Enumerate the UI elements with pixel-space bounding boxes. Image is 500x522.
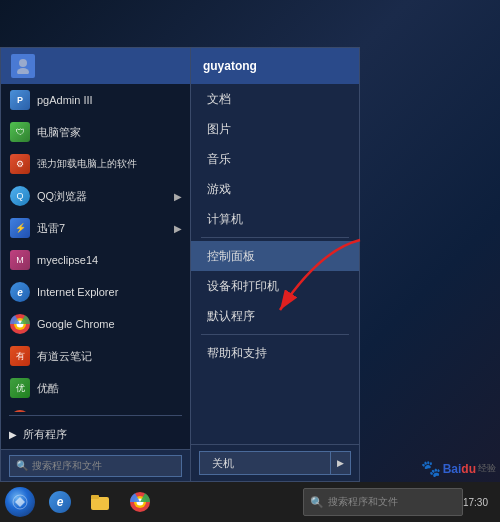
menu-item-sogou[interactable]: S 搜狗高速浏览器 (1, 404, 190, 412)
menu-item-youdao[interactable]: 有 有道云笔记 (1, 340, 190, 372)
right-item-help[interactable]: 帮助和支持 (191, 338, 359, 368)
help-label: 帮助和支持 (207, 345, 267, 362)
taskbar-tray: 17:30 (463, 497, 500, 508)
taskbar-time: 17:30 (463, 497, 488, 508)
qq-arrow: ▶ (174, 191, 182, 202)
xunlei-arrow: ▶ (174, 223, 182, 234)
qq-label: QQ浏览器 (37, 189, 174, 204)
uninstall-icon: ⚙ (9, 153, 31, 175)
pgadmin-label: pgAdmin III (37, 94, 182, 106)
menu-item-xunlei[interactable]: ⚡ 迅雷7 ▶ (1, 212, 190, 244)
qq-icon: Q (9, 185, 31, 207)
start-search-box[interactable]: 🔍 搜索程序和文件 (9, 455, 182, 477)
control-label: 控制面板 (207, 248, 255, 265)
right-item-music[interactable]: 音乐 (191, 144, 359, 174)
programs-divider (9, 415, 182, 416)
right-item-documents[interactable]: 文档 (191, 84, 359, 114)
taskbar-ie-icon[interactable]: e (40, 482, 80, 522)
start-menu: P pgAdmin III 🛡 电脑管家 ⚙ 强力卸载电脑上的软件 (0, 47, 360, 482)
desktop: P pgAdmin III 🛡 电脑管家 ⚙ 强力卸载电脑上的软件 (0, 0, 500, 522)
xunlei-label: 迅雷7 (37, 221, 174, 236)
start-menu-left: P pgAdmin III 🛡 电脑管家 ⚙ 强力卸载电脑上的软件 (1, 48, 190, 481)
right-divider1 (201, 237, 349, 238)
xunlei-icon: ⚡ (9, 217, 31, 239)
menu-item-chrome[interactable]: Google Chrome (1, 308, 190, 340)
baidu-domain: 经验 (478, 462, 496, 475)
start-user-header (1, 48, 190, 84)
programs-list: P pgAdmin III 🛡 电脑管家 ⚙ 强力卸载电脑上的软件 (1, 84, 190, 412)
menu-item-phone[interactable]: 🛡 电脑管家 (1, 116, 190, 148)
right-username: guyatong (203, 59, 257, 73)
right-item-devices[interactable]: 设备和打印机 (191, 271, 359, 301)
myeclipse-label: myeclipse14 (37, 254, 182, 266)
menu-item-myeclipse[interactable]: M myeclipse14 (1, 244, 190, 276)
taskbar-search-placeholder: 搜索程序和文件 (328, 495, 398, 509)
svg-point-1 (17, 68, 29, 74)
all-programs-label: 所有程序 (23, 427, 67, 442)
svg-rect-8 (91, 495, 99, 499)
pgadmin-icon: P (9, 89, 31, 111)
menu-item-youku[interactable]: 优 优酷 (1, 372, 190, 404)
menu-item-uninstall[interactable]: ⚙ 强力卸载电脑上的软件 (1, 148, 190, 180)
taskbar-search-box[interactable]: 🔍 搜索程序和文件 (303, 488, 463, 516)
youdao-icon: 有 (9, 345, 31, 367)
shutdown-area: 关机 ▶ (191, 444, 359, 481)
right-item-defaults[interactable]: 默认程序 (191, 301, 359, 331)
devices-label: 设备和打印机 (207, 278, 279, 295)
right-item-pictures[interactable]: 图片 (191, 114, 359, 144)
chrome-icon (9, 313, 31, 335)
right-item-games[interactable]: 游戏 (191, 174, 359, 204)
shutdown-label: 关机 (212, 456, 234, 471)
myeclipse-icon: M (9, 249, 31, 271)
uninstall-label: 强力卸载电脑上的软件 (37, 157, 182, 171)
start-button[interactable] (0, 482, 40, 522)
shutdown-arrow-icon: ▶ (337, 458, 344, 468)
sogou-icon: S (9, 409, 31, 412)
phone-label: 电脑管家 (37, 125, 182, 140)
svg-point-0 (19, 59, 27, 67)
taskbar-folder-icon[interactable] (80, 482, 120, 522)
right-divider2 (201, 334, 349, 335)
taskbar: e 🔍 搜索程序和文件 (0, 482, 500, 522)
menu-item-pgadmin[interactable]: P pgAdmin III (1, 84, 190, 116)
menu-item-qq[interactable]: Q QQ浏览器 ▶ (1, 180, 190, 212)
youku-icon: 优 (9, 377, 31, 399)
right-item-control[interactable]: 控制面板 (191, 241, 359, 271)
baidu-logo-text: Baidu (443, 462, 476, 476)
computer-label: 计算机 (207, 211, 243, 228)
defaults-label: 默认程序 (207, 308, 255, 325)
user-avatar (11, 54, 35, 78)
baidu-watermark: 🐾 Baidu 经验 (421, 459, 496, 478)
menu-item-ie[interactable]: e Internet Explorer (1, 276, 190, 308)
taskbar-items: e (40, 482, 299, 522)
pictures-label: 图片 (207, 121, 231, 138)
taskbar-chrome-icon[interactable] (120, 482, 160, 522)
start-orb-icon (5, 487, 35, 517)
right-item-computer[interactable]: 计算机 (191, 204, 359, 234)
phone-icon: 🛡 (9, 121, 31, 143)
youdao-label: 有道云笔记 (37, 349, 182, 364)
documents-label: 文档 (207, 91, 231, 108)
youku-label: 优酷 (37, 381, 182, 396)
shutdown-button[interactable]: 关机 (199, 451, 331, 475)
all-programs-btn[interactable]: ▶ 所有程序 (1, 419, 190, 449)
start-search-bar: 🔍 搜索程序和文件 (1, 449, 190, 481)
ie-label: Internet Explorer (37, 286, 182, 298)
ie-icon: e (9, 281, 31, 303)
search-placeholder-text: 搜索程序和文件 (32, 459, 102, 473)
chrome-label: Google Chrome (37, 318, 182, 330)
music-label: 音乐 (207, 151, 231, 168)
games-label: 游戏 (207, 181, 231, 198)
right-user-header: guyatong (191, 48, 359, 84)
start-menu-right: guyatong 文档 图片 音乐 游戏 计算机 控制面板 设备和打印机 (190, 48, 359, 481)
baidu-paw-icon: 🐾 (421, 459, 441, 478)
shutdown-arrow-button[interactable]: ▶ (331, 451, 351, 475)
